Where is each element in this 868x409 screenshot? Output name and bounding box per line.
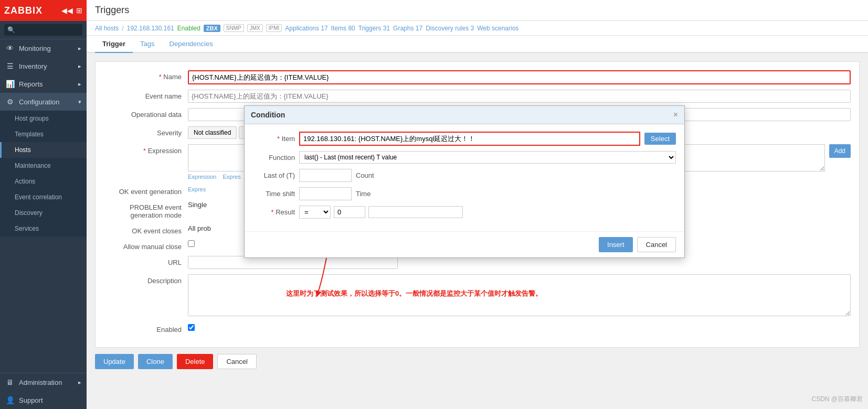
breadcrumb-all-hosts[interactable]: All hosts [95,25,119,32]
collapse-icon[interactable]: ◀◀ [61,6,73,15]
hostbar: All hosts / 192.168.130.161 Enabled ZBX … [87,21,868,36]
enabled-checkbox[interactable] [188,324,195,331]
badge-enabled: Enabled [177,25,200,32]
reports-label: Reports [19,80,43,88]
sidebar-item-event-correlation[interactable]: Event correlation [0,189,87,205]
sidebar: ZABBIX ◀◀ ⊞ 👁 Monitoring ▸ ☰ Inventory ▸… [0,0,87,409]
sidebar-item-monitoring[interactable]: 👁 Monitoring ▸ [0,39,87,57]
cond-select-button[interactable]: Select [644,133,676,145]
condition-dialog-close-button[interactable]: × [673,110,678,120]
administration-label: Administration [19,379,62,386]
search-box [0,21,87,39]
event-name-label: Event name [104,90,188,100]
breadcrumb-host-ip[interactable]: 192.168.130.161 [127,25,174,32]
event-name-control [188,90,851,103]
inventory-arrow: ▸ [78,63,81,70]
sidebar-item-templates[interactable]: Templates [0,126,87,142]
cond-item-input[interactable] [299,132,640,146]
cond-function-select[interactable]: last() - Last (most recent) T value [299,151,676,164]
sidebar-item-actions[interactable]: Actions [0,174,87,189]
tab-dependencies[interactable]: Dependencies [162,36,220,53]
badge-ipmi: IPMI [266,24,282,32]
delete-button[interactable]: Delete [177,354,214,369]
sidebar-item-discovery[interactable]: Discovery [0,205,87,221]
update-button[interactable]: Update [95,354,134,369]
ok-event-label: OK event generation [104,185,188,196]
breadcrumb-discovery-rules[interactable]: Discovery rules 3 [426,25,474,32]
watermark: CSDN @百慕卿君 [811,395,863,404]
sidebar-item-host-groups[interactable]: Host groups [0,111,87,126]
description-label: Description [104,274,188,285]
inventory-label: Inventory [19,62,47,70]
result-row: =<><=>=<> [299,206,463,219]
event-name-input[interactable] [188,90,851,103]
expression-label: Expression [104,144,188,155]
result-num-input[interactable] [334,206,365,218]
cond-item-label: Item [253,135,295,143]
cancel-button[interactable]: Cancel [217,354,256,369]
monitoring-arrow: ▸ [78,45,81,52]
monitoring-label: Monitoring [19,45,51,52]
cond-row-item: Item Select [253,132,676,146]
allow-manual-close-label: Allow manual close [104,240,188,251]
cond-row-time-shift: Time shift Time [253,187,676,200]
tabs: Trigger Tags Dependencies [87,36,868,53]
cond-time-label: Time [356,190,371,198]
breadcrumb-applications[interactable]: Applications 17 [285,25,327,32]
add-expression-button[interactable]: Add [829,144,851,158]
operational-data-label: Operational data [104,108,188,119]
url-label: URL [104,256,188,266]
tab-tags[interactable]: Tags [133,36,162,53]
condition-cancel-button[interactable]: Cancel [637,237,676,252]
search-input[interactable] [4,24,82,36]
tab-trigger[interactable]: Trigger [95,36,133,53]
configuration-icon: ⚙ [5,98,15,106]
expr-sublabel-expres[interactable]: Expres [223,174,240,180]
form-row-name: Name [104,70,851,84]
breadcrumb-sep1: / [122,25,123,32]
breadcrumb-triggers[interactable]: Triggers 31 [358,25,390,32]
content-area: Name Event name Operational data [87,53,868,409]
result-text-input[interactable] [368,206,463,218]
form-row-description: Description [104,274,851,318]
configuration-arrow: ▾ [78,99,81,105]
administration-arrow: ▸ [78,379,81,386]
severity-not-classified[interactable]: Not classified [188,126,237,139]
support-icon: 👤 [5,396,15,404]
sidebar-item-administration[interactable]: 🖥 Administration ▸ [0,373,87,391]
inventory-icon: ☰ [5,62,15,70]
sidebar-item-services[interactable]: Services [0,221,87,236]
ok-event-value[interactable]: Expres [188,186,206,192]
sidebar-item-reports[interactable]: 📊 Reports ▸ [0,75,87,93]
breadcrumb-web-scenarios[interactable]: Web scenarios [477,25,518,32]
description-textarea[interactable] [188,274,851,316]
grid-icon[interactable]: ⊞ [76,6,82,15]
name-input[interactable] [188,70,851,84]
insert-button[interactable]: Insert [599,237,633,252]
breadcrumb-items[interactable]: Items 80 [331,25,355,32]
topbar: Triggers [87,0,868,21]
sidebar-item-support[interactable]: 👤 Support [0,391,87,409]
cond-time-shift-input[interactable] [299,187,352,200]
allow-manual-close-checkbox[interactable] [188,240,195,247]
result-op-select[interactable]: =<><=>=<> [299,206,331,219]
sidebar-item-inventory[interactable]: ☰ Inventory ▸ [0,57,87,75]
sidebar-item-configuration[interactable]: ⚙ Configuration ▾ [0,93,87,111]
sidebar-item-hosts[interactable]: Hosts [0,142,87,158]
cond-row-last-of-t: Last of (T) Count [253,169,676,182]
sidebar-item-maintenance[interactable]: Maintenance [0,158,87,174]
condition-dialog-header: Condition × [245,106,684,124]
form-row-enabled: Enabled [104,323,851,333]
configuration-submenu: Host groups Templates Hosts Maintenance … [0,111,87,236]
expr-sublabel-expression[interactable]: Expression [188,174,216,180]
page-title: Triggers [95,5,129,16]
name-control [188,70,851,84]
cond-row-result: Result =<><=>=<> [253,206,676,219]
cond-count-label: Count [356,171,374,179]
cond-last-of-t-input[interactable] [299,169,352,182]
breadcrumb-graphs[interactable]: Graphs 17 [393,25,422,32]
ok-event-closes-label: OK event closes [104,224,188,235]
condition-dialog-footer: Insert Cancel [245,231,684,257]
clone-button[interactable]: Clone [138,354,173,369]
cond-time-shift-label: Time shift [253,190,295,198]
